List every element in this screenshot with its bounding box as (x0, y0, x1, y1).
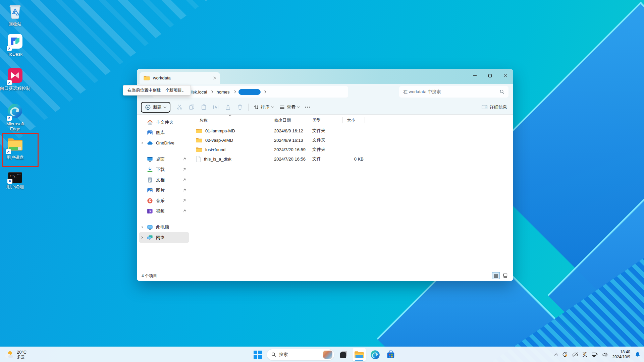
large-icons-view-icon (503, 273, 508, 278)
share-button[interactable] (222, 102, 234, 113)
taskbar-edge[interactable] (368, 348, 382, 361)
tab-close-icon[interactable] (213, 76, 216, 79)
search-placeholder: 在 workdata 中搜索 (403, 89, 441, 95)
volume-icon[interactable] (602, 352, 608, 358)
navigation-pane: 主文件夹 图库 OneDrive (137, 115, 191, 271)
sidebar-item-home[interactable]: 主文件夹 (139, 117, 189, 127)
more-options-button[interactable] (303, 107, 313, 108)
network-icon (147, 235, 153, 241)
circle-plus-icon (145, 105, 151, 110)
sidebar-item-music[interactable]: 音乐 (139, 195, 189, 206)
desktop-icon-label: ToDesk (8, 52, 22, 57)
onedrive-paused-icon[interactable] (572, 352, 578, 358)
desktop-icon-sunflower-remote[interactable]: 向日葵远程控制 (0, 68, 33, 91)
taskbar-microsoft-store[interactable] (384, 348, 397, 361)
sidebar-item-documents[interactable]: 文档 (139, 175, 189, 185)
address-row: 网络 disk.local homes 在 workdata 中搜索 (137, 84, 513, 100)
details-button-label: 详细信息 (490, 104, 507, 110)
update-sync-icon[interactable] (562, 352, 568, 358)
taskbar-clock[interactable]: 18:40 2024/10/9 (612, 350, 630, 360)
task-view-button[interactable] (337, 348, 350, 361)
taskbar-file-explorer[interactable] (353, 348, 366, 361)
user-disk-icon (7, 137, 23, 154)
sidebar-item-downloads[interactable]: 下载 (139, 164, 189, 175)
view-lines-icon (279, 105, 285, 110)
sidebar-item-network[interactable]: 网络 (139, 232, 189, 243)
sidebar-item-pictures[interactable]: 图片 (139, 185, 189, 195)
maximize-button[interactable] (482, 69, 498, 82)
ime-indicator[interactable]: 英 (583, 352, 587, 358)
item-count: 4 个项目 (142, 273, 157, 279)
view-button[interactable]: 查看 (276, 102, 303, 113)
column-header-name[interactable]: 名称 (193, 115, 268, 126)
start-button[interactable] (251, 348, 264, 361)
file-row[interactable]: 02-vasp-AIMD 2024/8/9 16:13 文件夹 (193, 135, 513, 145)
desktop-icon-user-terminal[interactable]: C:\_ ▪▪▪ 用户终端 (0, 172, 33, 189)
list-view-toggle[interactable] (492, 272, 500, 279)
desktop-icon-label: Microsoft Edge (1, 121, 29, 131)
sidebar-item-gallery[interactable]: 图库 (139, 127, 189, 138)
desktop-icon-todesk[interactable]: ToDesk (0, 34, 33, 57)
notification-bell-icon[interactable] (635, 352, 641, 358)
search-icon (500, 89, 504, 94)
cut-button[interactable] (174, 102, 186, 113)
desktop-icon-user-disk[interactable]: 用户磁盘 (0, 137, 33, 160)
clock-time: 18:40 (612, 350, 630, 355)
taskbar-search-box[interactable]: 搜索 (267, 349, 334, 360)
column-header-date[interactable]: 修改日期 (268, 115, 308, 126)
expand-chevron-icon[interactable] (141, 236, 143, 239)
sidebar-item-videos[interactable]: 视频 (139, 206, 189, 216)
clock-date: 2024/10/9 (612, 355, 630, 360)
search-input[interactable]: 在 workdata 中搜索 (399, 86, 508, 98)
explorer-tab-workdata[interactable]: workdata (140, 72, 220, 84)
folder-icon (196, 137, 202, 143)
sort-button[interactable]: 排序 (251, 102, 277, 113)
minimize-icon (473, 75, 477, 76)
breadcrumb-homes[interactable]: homes (216, 89, 230, 95)
file-row[interactable]: lost+found 2024/7/20 16:59 文件夹 (193, 145, 513, 154)
breadcrumb-redacted-item[interactable] (238, 89, 261, 95)
shortcut-arrow-icon (7, 46, 12, 51)
details-pane-button[interactable]: 详细信息 (480, 104, 509, 110)
scissors-icon (177, 104, 182, 110)
shortcut-arrow-icon (7, 116, 12, 121)
file-row[interactable]: this_is_a_disk 2024/7/20 16:56 文件 0 KB (193, 154, 513, 164)
desktop-icon-label: 回收站 (9, 21, 22, 26)
desktop-icon-recycle-bin[interactable]: 回收站 (0, 4, 33, 26)
expand-chevron-icon[interactable] (141, 226, 143, 228)
file-list: 名称 修改日期 类型 大小 01-lammps-M (191, 115, 513, 271)
copy-button[interactable] (186, 102, 198, 113)
expand-chevron-icon[interactable] (141, 142, 143, 144)
minimize-button[interactable] (467, 69, 482, 82)
clipboard-icon (201, 104, 207, 110)
large-icons-view-toggle[interactable] (501, 272, 509, 279)
shortcut-arrow-icon (7, 80, 12, 85)
paste-button[interactable] (198, 102, 210, 113)
sidebar-item-onedrive[interactable]: OneDrive (139, 138, 189, 148)
trash-icon (237, 104, 243, 110)
hidden-icons-chevron[interactable] (554, 353, 558, 357)
tab-title: workdata (153, 75, 171, 80)
breadcrumb-separator-icon (263, 90, 266, 93)
sidebar-item-this-pc[interactable]: 此电脑 (139, 222, 189, 232)
desktop-folder-icon (147, 156, 153, 162)
desktop-icon-edge[interactable]: Microsoft Edge (0, 103, 33, 131)
file-row[interactable]: 01-lammps-MD 2024/8/9 16:12 文件夹 (193, 126, 513, 135)
column-headers: 名称 修改日期 类型 大小 (193, 115, 513, 126)
new-tab-button[interactable] (225, 74, 233, 82)
column-header-type[interactable]: 类型 (308, 115, 343, 126)
rename-button[interactable] (210, 102, 222, 113)
new-button[interactable]: 新建 (141, 102, 170, 113)
network-icon[interactable] (592, 352, 598, 358)
breadcrumb-disk-local[interactable]: disk.local (189, 89, 208, 95)
taskbar-weather-widget[interactable]: 20°C 多云 (3, 347, 26, 362)
close-button[interactable] (498, 69, 513, 82)
list-view-icon (493, 273, 498, 278)
column-header-size[interactable]: 大小 (343, 115, 365, 126)
this-pc-icon (147, 224, 153, 230)
document-icon (147, 177, 153, 183)
delete-button[interactable] (234, 102, 246, 113)
weather-temperature: 20°C (17, 350, 26, 355)
window-titlebar[interactable]: workdata (137, 69, 513, 84)
sidebar-item-desktop[interactable]: 桌面 (139, 154, 189, 164)
